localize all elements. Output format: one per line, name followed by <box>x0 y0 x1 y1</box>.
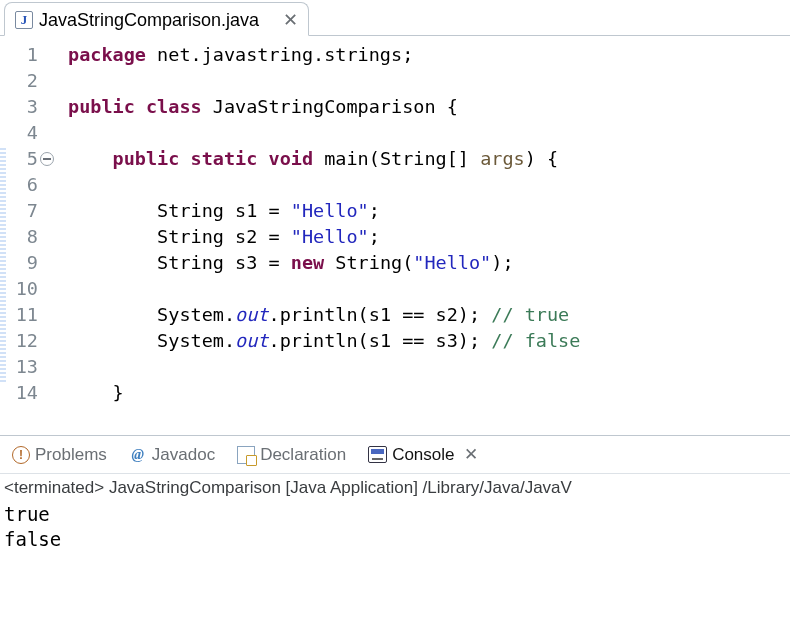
close-icon[interactable]: ✕ <box>464 444 478 465</box>
tab-javadoc-label: Javadoc <box>152 445 215 465</box>
line-number: 5 <box>2 146 42 172</box>
code-line[interactable] <box>68 120 580 146</box>
tab-problems[interactable]: Problems <box>6 441 113 469</box>
line-number: 3 <box>2 94 42 120</box>
line-number: 10 <box>2 276 42 302</box>
console-view: <terminated> JavaStringComparison [Java … <box>0 474 790 556</box>
line-number: 9 <box>2 250 42 276</box>
tab-problems-label: Problems <box>35 445 107 465</box>
code-line[interactable]: public static void main(String[] args) { <box>68 146 580 172</box>
views-tab-bar: Problems Javadoc Declaration Console ✕ <box>0 436 790 474</box>
tab-javadoc[interactable]: Javadoc <box>123 441 221 469</box>
code-editor[interactable]: 1234567891011121314 package net.javastri… <box>0 36 790 436</box>
editor-tab-bar: J JavaStringComparison.java ✕ <box>0 0 790 36</box>
code-line[interactable]: package net.javastring.strings; <box>68 42 580 68</box>
problems-icon <box>12 446 30 464</box>
tab-console[interactable]: Console ✕ <box>362 440 483 469</box>
line-number: 12 <box>2 328 42 354</box>
line-number: 8 <box>2 224 42 250</box>
line-number: 4 <box>2 120 42 146</box>
code-line[interactable] <box>68 276 580 302</box>
console-icon <box>368 446 387 463</box>
editor-tab-filename: JavaStringComparison.java <box>39 10 259 31</box>
declaration-icon <box>237 446 255 464</box>
java-file-icon: J <box>15 11 33 29</box>
code-content[interactable]: package net.javastring.strings; public c… <box>48 36 580 435</box>
code-line[interactable]: String s2 = "Hello"; <box>68 224 580 250</box>
code-line[interactable]: String s1 = "Hello"; <box>68 198 580 224</box>
tab-console-label: Console <box>392 445 454 465</box>
code-line[interactable]: } <box>68 380 580 406</box>
fold-toggle-icon[interactable] <box>40 152 54 166</box>
javadoc-icon <box>129 446 147 464</box>
code-line[interactable] <box>68 354 580 380</box>
editor-tab-active[interactable]: J JavaStringComparison.java ✕ <box>4 2 309 36</box>
console-output[interactable]: true false <box>4 498 786 552</box>
line-number: 13 <box>2 354 42 380</box>
code-line[interactable]: String s3 = new String("Hello"); <box>68 250 580 276</box>
tab-declaration[interactable]: Declaration <box>231 441 352 469</box>
console-status-line: <terminated> JavaStringComparison [Java … <box>4 478 786 498</box>
line-number: 7 <box>2 198 42 224</box>
line-number: 14 <box>2 380 42 406</box>
code-line[interactable]: System.out.println(s1 == s3); // false <box>68 328 580 354</box>
line-number: 1 <box>2 42 42 68</box>
code-line[interactable] <box>68 172 580 198</box>
code-line[interactable]: System.out.println(s1 == s2); // true <box>68 302 580 328</box>
code-line[interactable] <box>68 68 580 94</box>
line-number: 11 <box>2 302 42 328</box>
code-line[interactable]: public class JavaStringComparison { <box>68 94 580 120</box>
line-number: 2 <box>2 68 42 94</box>
close-icon[interactable]: ✕ <box>283 9 298 31</box>
line-number: 6 <box>2 172 42 198</box>
tab-declaration-label: Declaration <box>260 445 346 465</box>
line-number-gutter: 1234567891011121314 <box>0 36 48 435</box>
